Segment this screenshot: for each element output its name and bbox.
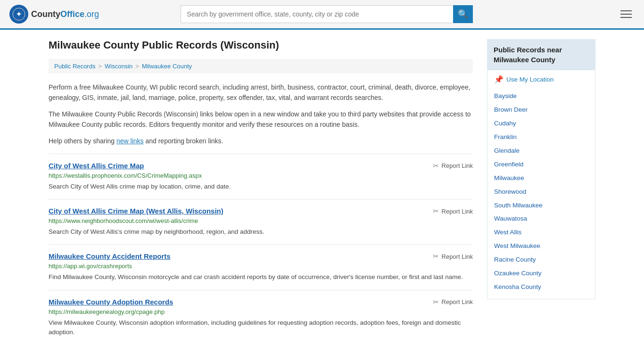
record-url[interactable]: https://www.neighborhoodscout.com/wi/wes… [49, 217, 473, 224]
record-title-link[interactable]: Milwaukee County Adoption Records [49, 298, 173, 306]
sidebar-content: 📌 Use My Location BaysideBrown DeerCudah… [487, 70, 595, 299]
sidebar-link[interactable]: South Milwaukee [494, 199, 588, 213]
sidebar-link[interactable]: Racine County [494, 253, 588, 267]
record-title-link[interactable]: City of West Allis Crime Map [49, 162, 144, 170]
svg-text:✦: ✦ [16, 10, 22, 18]
sidebar-link[interactable]: Franklin [494, 131, 588, 144]
scissors-icon: ✂ [433, 298, 439, 306]
breadcrumb-public-records[interactable]: Public Records [54, 63, 95, 70]
records-list: City of West Allis Crime Map ✂ Report Li… [49, 154, 473, 345]
sidebar-link[interactable]: Milwaukee [494, 172, 588, 185]
report-link-button[interactable]: ✂ Report Link [433, 252, 473, 261]
main-container: Milwaukee County Public Records (Wiscons… [39, 30, 605, 354]
new-links-link[interactable]: new links [116, 137, 144, 145]
record-url[interactable]: https://app.wi.gov/crashreports [49, 263, 473, 270]
use-location-link[interactable]: 📌 Use My Location [494, 75, 588, 84]
sidebar-link[interactable]: Ozaukee County [494, 267, 588, 280]
search-button[interactable]: 🔍 [453, 5, 473, 23]
hamburger-line [620, 17, 632, 18]
sidebar-header: Public Records near Milwaukee County [487, 39, 595, 70]
description-para-3: Help others by sharing new links and rep… [49, 136, 473, 146]
description-prefix: Help others by sharing [49, 137, 116, 145]
report-link-button[interactable]: ✂ Report Link [433, 298, 473, 306]
record-description: Search City of West Allis's crime map by… [49, 227, 473, 237]
record-url[interactable]: https://milwaukeegenealogy.org/cpage.php [49, 308, 473, 315]
description-suffix: and reporting broken links. [144, 137, 223, 145]
report-label: Report Link [442, 208, 473, 215]
sidebar-link[interactable]: Brown Deer [494, 103, 588, 117]
breadcrumb-milwaukee-county[interactable]: Milwaukee County [142, 63, 192, 70]
breadcrumb: Public Records > Wisconsin > Milwaukee C… [49, 59, 473, 74]
report-label: Report Link [442, 298, 473, 305]
record-header: Milwaukee County Adoption Records ✂ Repo… [49, 298, 473, 306]
record-item: City of West Allis Crime Map ✂ Report Li… [49, 154, 473, 199]
description-block: Perform a free Milwaukee County, WI publ… [49, 82, 473, 146]
record-description: Find Milwaukee County, Wisconsin motorcy… [49, 272, 473, 282]
sidebar-link[interactable]: West Allis [494, 226, 588, 239]
sidebar-link[interactable]: Cudahy [494, 117, 588, 131]
sidebar-links: BaysideBrown DeerCudahyFranklinGlendaleG… [494, 90, 588, 294]
search-input[interactable] [181, 5, 453, 23]
report-label: Report Link [442, 162, 473, 169]
report-label: Report Link [442, 253, 473, 260]
sidebar-link[interactable]: Kenosha County [494, 280, 588, 294]
description-para-2: The Milwaukee County Public Records (Wis… [49, 109, 473, 130]
record-url[interactable]: https://westallis.prophoenix.com/CS/Crim… [49, 172, 473, 179]
report-link-button[interactable]: ✂ Report Link [433, 162, 473, 170]
sidebar-link[interactable]: Bayside [494, 90, 588, 103]
record-header: City of West Allis Crime Map (West Allis… [49, 207, 473, 215]
breadcrumb-sep: > [135, 63, 139, 70]
record-title-link[interactable]: City of West Allis Crime Map (West Allis… [49, 207, 223, 215]
logo-area: ✦ CountyOffice.org [9, 5, 104, 24]
record-item: City of West Allis Crime Map (West Allis… [49, 199, 473, 244]
sidebar: Public Records near Milwaukee County 📌 U… [487, 39, 595, 345]
sidebar-link[interactable]: Wauwatosa [494, 212, 588, 226]
logo-text: CountyOffice.org [31, 9, 99, 19]
record-item: Milwaukee County Accident Reports ✂ Repo… [49, 244, 473, 289]
location-pin-icon: 📌 [494, 75, 504, 84]
sidebar-link[interactable]: Greenfield [494, 158, 588, 172]
scissors-icon: ✂ [433, 207, 439, 215]
sidebar-link[interactable]: Glendale [494, 144, 588, 158]
hamburger-line [620, 14, 632, 15]
menu-button[interactable] [618, 8, 635, 21]
breadcrumb-sep: > [98, 63, 102, 70]
breadcrumb-wisconsin[interactable]: Wisconsin [105, 63, 132, 70]
description-para-1: Perform a free Milwaukee County, WI publ… [49, 82, 473, 103]
report-link-button[interactable]: ✂ Report Link [433, 207, 473, 215]
search-icon: 🔍 [458, 9, 468, 19]
record-item: Milwaukee County Adoption Records ✂ Repo… [49, 290, 473, 345]
page-title: Milwaukee County Public Records (Wiscons… [49, 39, 473, 51]
scissors-icon: ✂ [433, 252, 439, 261]
record-description: Search City of West Allis crime map by l… [49, 182, 473, 191]
content-area: Milwaukee County Public Records (Wiscons… [49, 39, 473, 345]
record-title-link[interactable]: Milwaukee County Accident Reports [49, 252, 171, 260]
record-description: View Milwaukee County, Wisconsin adoptio… [49, 318, 473, 337]
logo-icon: ✦ [9, 5, 28, 24]
use-location-label: Use My Location [506, 76, 554, 83]
sidebar-link[interactable]: Shorewood [494, 185, 588, 199]
sidebar-link[interactable]: West Milwaukee [494, 239, 588, 253]
record-header: Milwaukee County Accident Reports ✂ Repo… [49, 252, 473, 261]
record-header: City of West Allis Crime Map ✂ Report Li… [49, 162, 473, 170]
hamburger-line [620, 10, 632, 11]
scissors-icon: ✂ [433, 162, 439, 170]
search-area: 🔍 [181, 5, 473, 23]
site-header: ✦ CountyOffice.org 🔍 [0, 0, 644, 30]
